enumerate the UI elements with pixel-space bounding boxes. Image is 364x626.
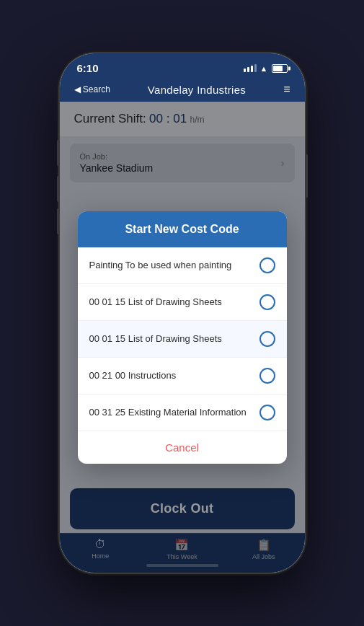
radio-circle-2[interactable] [259, 294, 275, 310]
phone-shell: 6:10 ▲ ◀ Search Vandelay Industries ≡ Cu… [60, 53, 305, 573]
list-item[interactable]: 00 31 25 Existing Material Information [78, 394, 287, 431]
item-label-1: Painting To be used when painting [89, 260, 259, 270]
item-label-3: 00 01 15 List of Drawing Sheets [89, 333, 259, 344]
modal-list: Painting To be used when painting 00 01 … [78, 247, 287, 431]
modal-title: Start New Cost Code [89, 223, 275, 236]
nav-bar: ◀ Search Vandelay Industries ≡ [60, 79, 305, 102]
list-item[interactable]: 00 21 00 Instructions [78, 358, 287, 394]
list-item[interactable]: Painting To be used when painting [78, 247, 287, 284]
list-item[interactable]: 00 01 15 List of Drawing Sheets [78, 284, 287, 321]
phone-screen: 6:10 ▲ ◀ Search Vandelay Industries ≡ Cu… [60, 53, 305, 573]
modal: Start New Cost Code Painting To be used … [78, 211, 287, 464]
status-bar: 6:10 ▲ [60, 53, 305, 79]
wifi-icon: ▲ [260, 64, 268, 73]
radio-circle-1[interactable] [259, 257, 275, 273]
modal-overlay: Start New Cost Code Painting To be used … [60, 102, 305, 573]
signal-icon [244, 64, 257, 72]
back-button[interactable]: ◀ Search [74, 84, 110, 94]
item-label-2: 00 01 15 List of Drawing Sheets [89, 296, 259, 307]
radio-circle-5[interactable] [259, 405, 275, 420]
main-content: Current Shift: 00 : 01 h/m On Job: Yanke… [60, 102, 305, 573]
status-right: ▲ [244, 64, 288, 73]
item-label-5: 00 31 25 Existing Material Information [89, 407, 259, 418]
battery-icon [272, 64, 288, 73]
radio-circle-4[interactable] [259, 368, 275, 384]
cancel-button[interactable]: Cancel [78, 431, 287, 464]
status-time: 6:10 [77, 62, 99, 74]
radio-circle-3[interactable] [259, 331, 275, 347]
nav-title: Vandelay Industries [148, 84, 246, 96]
modal-header: Start New Cost Code [78, 211, 287, 247]
item-label-4: 00 21 00 Instructions [89, 370, 259, 381]
menu-button[interactable]: ≡ [283, 83, 290, 96]
list-item[interactable]: 00 01 15 List of Drawing Sheets [78, 321, 287, 358]
